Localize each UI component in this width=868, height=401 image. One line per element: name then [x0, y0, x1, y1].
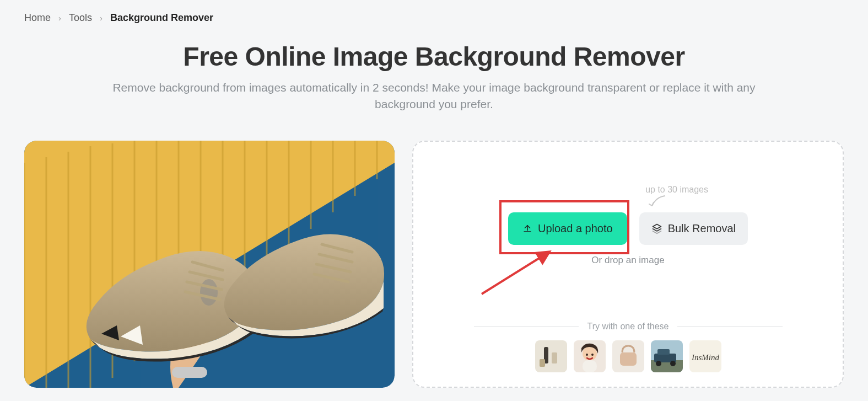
- sample-thumb-logo[interactable]: InsMind: [689, 340, 721, 372]
- breadcrumb: Home › Tools › Background Remover: [0, 0, 868, 29]
- sample-thumb-portrait[interactable]: [574, 340, 606, 372]
- page-subtitle: Remove background from images automatica…: [104, 79, 765, 113]
- svg-point-48: [670, 361, 676, 366]
- svg-point-47: [656, 361, 661, 366]
- svg-point-21: [200, 279, 218, 306]
- hero: Free Online Image Background Remover Rem…: [0, 29, 868, 119]
- upload-photo-button[interactable]: Upload a photo: [508, 212, 627, 245]
- upload-photo-label: Upload a photo: [538, 222, 613, 235]
- page-title: Free Online Image Background Remover: [22, 41, 846, 72]
- sample-thumb-cosmetics[interactable]: [535, 340, 567, 372]
- svg-rect-34: [552, 352, 557, 363]
- svg-line-31: [482, 252, 549, 294]
- chevron-right-icon: ›: [100, 13, 103, 23]
- samples-title: Try with one of these: [587, 322, 669, 332]
- upload-dropzone[interactable]: up to 30 images Upload a photo Bulk Remo…: [412, 141, 844, 388]
- sample-thumb-handbag[interactable]: [612, 340, 644, 372]
- annotation-arrow-icon: [478, 248, 556, 297]
- layers-icon: [651, 223, 662, 234]
- preview-image: [24, 141, 395, 388]
- svg-rect-20: [172, 367, 207, 378]
- curly-arrow-icon: [646, 194, 668, 212]
- samples-section: Try with one of these InsMind: [413, 322, 843, 372]
- sample-thumb-car[interactable]: [651, 340, 683, 372]
- svg-rect-42: [620, 352, 637, 366]
- drop-hint: Or drop an image: [591, 255, 664, 266]
- svg-rect-35: [540, 359, 545, 367]
- upload-icon: [522, 223, 532, 233]
- breadcrumb-home[interactable]: Home: [24, 12, 51, 24]
- bulk-removal-button[interactable]: Bulk Removal: [639, 212, 748, 245]
- svg-point-40: [591, 354, 594, 356]
- chevron-right-icon: ›: [58, 13, 61, 23]
- bulk-removal-label: Bulk Removal: [668, 222, 736, 235]
- breadcrumb-tools[interactable]: Tools: [69, 12, 92, 24]
- svg-point-39: [586, 354, 588, 356]
- svg-text:InsMind: InsMind: [691, 353, 719, 362]
- svg-rect-32: [535, 340, 567, 372]
- breadcrumb-current: Background Remover: [110, 12, 213, 24]
- svg-rect-46: [657, 349, 670, 355]
- svg-marker-30: [653, 224, 661, 229]
- svg-rect-38: [583, 360, 597, 372]
